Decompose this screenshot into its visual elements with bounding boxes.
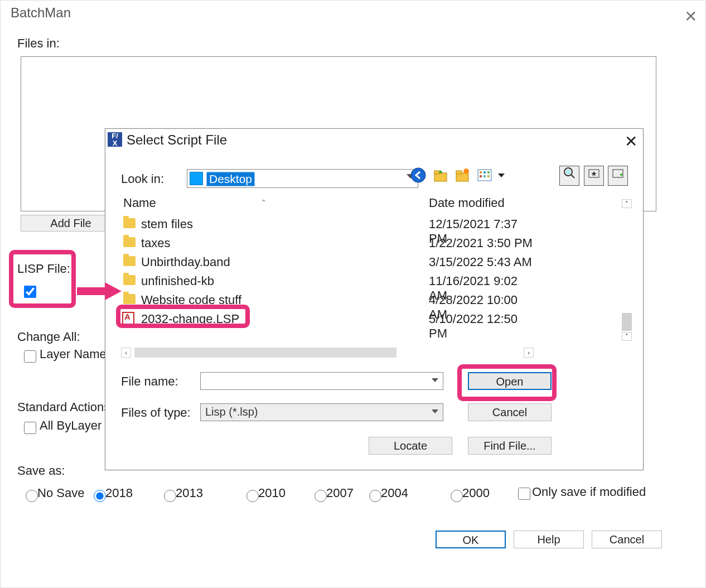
files-of-type-combo[interactable]: Lisp (*.lsp)	[200, 403, 443, 421]
files-of-type-value: Lisp (*.lsp)	[205, 406, 258, 418]
file-list[interactable]: stem files 12/15/2021 7:37 PM taxes 1/22…	[121, 216, 534, 330]
scroll-track[interactable]	[134, 348, 396, 358]
folder-icon	[123, 237, 136, 247]
lisp-file-checkbox[interactable]	[24, 286, 36, 298]
saveas-radio-2000[interactable]	[451, 490, 463, 502]
folder-icon	[123, 294, 136, 304]
file-name-input[interactable]	[200, 372, 443, 390]
open-button[interactable]: Open	[468, 372, 552, 390]
svg-line-14	[571, 175, 574, 178]
saveas-label-2010: 2010	[258, 486, 286, 500]
modal-titlebar[interactable]: F/X Select Script File ✕	[105, 129, 643, 151]
column-name[interactable]: Name	[123, 196, 156, 210]
lisp-file-label: LISP File:	[17, 262, 70, 276]
saveas-radio-2007[interactable]	[315, 490, 327, 502]
svg-rect-8	[483, 171, 486, 173]
back-icon[interactable]	[410, 167, 427, 184]
file-name: stem files	[141, 217, 193, 232]
list-item[interactable]: taxes 1/22/2021 3:50 PM	[121, 235, 534, 254]
sort-indicator-icon: ⌃	[260, 198, 267, 207]
only-save-if-modified-checkbox[interactable]	[518, 488, 530, 500]
saveas-radio-nosave[interactable]	[26, 490, 38, 502]
annotation-arrow-icon	[77, 280, 122, 302]
list-item[interactable]: Website code stuff 4/28/2022 10:00 AM	[121, 292, 534, 311]
help-button[interactable]: Help	[514, 531, 584, 548]
file-date: 5/10/2022 12:50 PM	[429, 312, 534, 341]
standard-actions-label: Standard Actions:	[17, 400, 113, 415]
look-in-value: Desktop	[206, 172, 255, 186]
window-title: BatchMan	[11, 5, 71, 21]
column-date-modified[interactable]: Date modified	[429, 196, 505, 210]
horizontal-scrollbar[interactable]: ‹ ›	[121, 348, 534, 358]
ok-button[interactable]: OK	[436, 531, 506, 548]
file-name: Website code stuff	[141, 293, 241, 307]
modal-close-icon[interactable]: ✕	[625, 132, 637, 151]
change-all-label: Change All:	[17, 330, 80, 344]
list-item[interactable]: Unbirthday.band 3/15/2022 5:43 AM	[121, 254, 534, 273]
file-date: 3/15/2022 5:43 AM	[429, 255, 532, 269]
find-file-button[interactable]: Find File...	[468, 437, 552, 455]
saveas-label-nosave: No Save	[37, 486, 84, 500]
svg-point-15	[566, 170, 570, 174]
toolbar-right	[559, 166, 629, 186]
scroll-up-icon[interactable]: ˄	[622, 199, 632, 208]
saveas-label-2018: 2018	[105, 486, 133, 500]
svg-point-0	[411, 168, 425, 182]
saveas-label-2007: 2007	[326, 486, 354, 500]
scroll-down-icon[interactable]: ˅	[622, 332, 632, 341]
list-item[interactable]: unfinished-kb 11/16/2021 9:02 AM	[121, 273, 534, 292]
views-icon[interactable]	[476, 167, 493, 184]
fx-logo-icon: F/X	[108, 132, 122, 147]
up-folder-icon[interactable]	[432, 167, 449, 184]
layer-names-checkbox[interactable]	[24, 350, 36, 363]
saveas-radio-2004[interactable]	[369, 490, 381, 502]
folder-icon	[123, 218, 136, 228]
saveas-label-2004: 2004	[381, 486, 408, 500]
saveas-label-2013: 2013	[176, 486, 203, 500]
saveas-label-2000: 2000	[462, 486, 490, 500]
add-favorite-icon[interactable]	[608, 166, 628, 186]
lsp-file-icon	[122, 312, 134, 326]
chevron-down-icon[interactable]	[432, 378, 438, 382]
nav-toolbar	[410, 167, 495, 184]
file-name: unfinished-kb	[141, 274, 214, 288]
svg-rect-12	[487, 175, 490, 177]
scroll-right-icon[interactable]: ›	[524, 348, 534, 358]
new-folder-icon[interactable]	[454, 167, 471, 184]
file-list-header: Name ⌃ Date modified	[121, 196, 534, 215]
views-dropdown-icon[interactable]	[498, 173, 505, 177]
svg-rect-7	[480, 171, 482, 173]
svg-rect-11	[483, 175, 486, 177]
saveas-radio-2010[interactable]	[246, 490, 259, 502]
list-item[interactable]: stem files 12/15/2021 7:37 PM	[121, 216, 534, 235]
folder-icon	[190, 172, 203, 185]
saveas-radio-2013[interactable]	[164, 490, 176, 502]
svg-point-5	[463, 168, 469, 174]
scroll-thumb[interactable]	[622, 313, 632, 331]
saveas-radio-2018[interactable]	[94, 490, 106, 502]
cancel-button[interactable]: Cancel	[592, 531, 662, 548]
folder-icon	[123, 256, 136, 266]
file-date: 1/22/2021 3:50 PM	[429, 236, 533, 250]
svg-rect-4	[456, 171, 462, 174]
window-close-icon[interactable]: ✕	[684, 7, 697, 26]
search-web-icon[interactable]	[559, 166, 579, 186]
file-name-label: File name:	[121, 374, 178, 389]
save-as-label: Save as:	[17, 464, 65, 478]
files-of-type-label: Files of type:	[121, 406, 191, 420]
file-name: 2032-change.LSP	[141, 312, 239, 326]
favorites-icon[interactable]	[584, 166, 604, 186]
modal-cancel-button[interactable]: Cancel	[468, 403, 552, 421]
all-bylayer-label: All ByLayer	[40, 418, 101, 433]
look-in-combo[interactable]: Desktop	[187, 169, 418, 188]
list-item[interactable]: 2032-change.LSP 5/10/2022 12:50 PM	[121, 311, 534, 330]
file-name: taxes	[141, 236, 171, 250]
chevron-down-icon	[432, 409, 438, 413]
all-bylayer-checkbox[interactable]	[24, 422, 36, 434]
look-in-label: Look in:	[121, 172, 164, 186]
only-save-if-modified-label: Only save if modified	[532, 485, 646, 499]
scroll-left-icon[interactable]: ‹	[121, 348, 131, 358]
file-name: Unbirthday.band	[141, 255, 230, 269]
modal-title: Select Script File	[127, 132, 227, 148]
locate-button[interactable]: Locate	[369, 437, 452, 455]
